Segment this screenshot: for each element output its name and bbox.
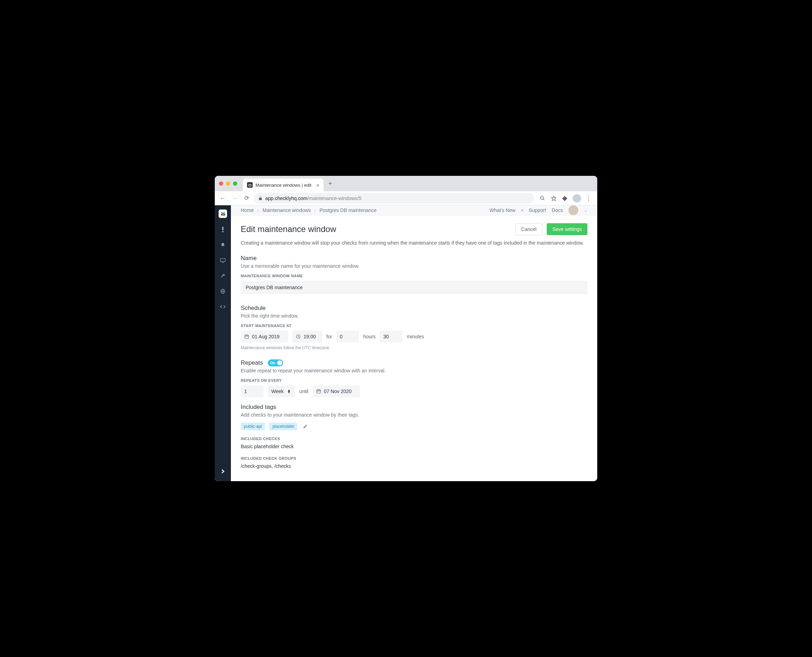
whats-new-link[interactable]: What's New <box>490 207 515 213</box>
browser-window: 🦝 Maintenance windows | edit × + ← → ⟳ a… <box>215 176 597 481</box>
repeat-end-date-input[interactable]: 07 Nov 2020 <box>313 385 360 397</box>
repeat-interval-input[interactable] <box>241 385 263 397</box>
svg-rect-6 <box>220 258 225 262</box>
svg-rect-4 <box>222 227 224 230</box>
repeat-end-date-value: 07 Nov 2020 <box>324 389 352 394</box>
repeats-heading: Repeats On <box>241 360 587 366</box>
expand-sidebar-icon[interactable] <box>219 469 227 477</box>
wrench-icon[interactable] <box>219 272 227 280</box>
page-content: Edit maintenance window Cancel Save sett… <box>231 215 597 481</box>
breadcrumb-level2: Postgres DB maintenance <box>319 207 376 213</box>
chrome-toolbar: ← → ⟳ app.checklyhq.com/maintenance-wind… <box>215 191 597 205</box>
app-logo-icon[interactable]: 🦝 <box>219 210 227 218</box>
repeats-field-label: REPEATS ON EVERY <box>241 378 587 383</box>
breadcrumb: Home › Maintenance windows › Postgres DB… <box>241 207 376 213</box>
chevron-right-icon: › <box>257 207 259 213</box>
included-checks-label: INCLUDED CHECKS <box>241 437 587 441</box>
extensions-icon[interactable] <box>562 195 568 202</box>
name-input[interactable] <box>241 281 587 294</box>
included-checks-value: Basic placeholder check <box>241 444 587 449</box>
chrome-right-icons: ⋮ <box>537 194 594 202</box>
chevron-right-icon: › <box>314 207 316 213</box>
zoom-icon[interactable] <box>539 195 546 202</box>
included-groups-value: /check-groups, /checks <box>241 463 587 469</box>
svg-rect-11 <box>245 335 249 338</box>
breadcrumb-level1[interactable]: Maintenance windows <box>263 207 311 213</box>
bell-icon[interactable] <box>219 241 227 249</box>
reload-button[interactable]: ⟳ <box>242 194 251 203</box>
included-groups-label: INCLUDED CHECK GROUPS <box>241 456 587 461</box>
calendar-icon <box>316 389 321 394</box>
hours-label: hours <box>363 334 375 339</box>
code-icon[interactable] <box>219 303 227 311</box>
tag-chip[interactable]: public-api <box>241 423 265 430</box>
toggle-knob-icon <box>277 360 282 365</box>
tags-heading: Included tags <box>241 403 587 411</box>
star-icon[interactable] <box>550 195 557 202</box>
start-time-value: 19:00 <box>303 334 316 339</box>
clock-icon <box>296 334 301 339</box>
docs-link[interactable]: Docs <box>552 207 563 213</box>
close-window-icon[interactable] <box>219 181 223 186</box>
until-label: until <box>299 389 308 394</box>
breadcrumb-home[interactable]: Home <box>241 207 254 213</box>
new-tab-button[interactable]: + <box>325 178 336 189</box>
minutes-input[interactable] <box>380 331 403 343</box>
schedule-subheading: Pick the right time window. <box>241 313 587 319</box>
topbar-right: What's New Support Docs ⌄ <box>490 205 587 215</box>
tab-title: Maintenance windows | edit <box>255 182 311 188</box>
repeats-toggle[interactable]: On <box>268 360 283 366</box>
tag-chip[interactable]: placeholder <box>269 423 297 430</box>
dot-indicator-icon <box>521 209 523 211</box>
close-tab-icon[interactable]: × <box>316 182 319 188</box>
repeats-subheading: Enable repeat to repeat your maintenance… <box>241 368 587 374</box>
profile-avatar[interactable] <box>573 194 581 202</box>
address-bar[interactable]: app.checklyhq.com/maintenance-windows/5 <box>254 193 534 204</box>
edit-tags-icon[interactable] <box>303 424 308 429</box>
topbar: Home › Maintenance windows › Postgres DB… <box>231 205 597 215</box>
sidebar: 🦝 <box>215 205 231 481</box>
schedule-helper: Maintenance windows follow the UTC timez… <box>241 346 587 350</box>
globe-icon[interactable] <box>219 288 227 295</box>
browser-tab[interactable]: 🦝 Maintenance windows | edit × <box>243 179 324 191</box>
lock-icon <box>258 196 263 201</box>
svg-marker-3 <box>551 196 556 201</box>
save-button[interactable]: Save settings <box>547 223 587 235</box>
app-container: 🦝 Home › Maintenance windows › Postgres … <box>215 205 597 481</box>
repeat-unit-value: Week <box>271 389 284 394</box>
toggle-label: On <box>270 361 275 365</box>
monitor-icon[interactable] <box>219 257 227 264</box>
start-date-input[interactable]: 01 Aug 2019 <box>241 331 288 343</box>
name-subheading: Use a memorable name for your maintenanc… <box>241 263 587 269</box>
svg-rect-5 <box>222 231 224 232</box>
user-avatar[interactable] <box>568 205 578 215</box>
page-header: Edit maintenance window Cancel Save sett… <box>241 223 587 235</box>
tags-subheading: Add checks to your maintenance window by… <box>241 412 587 418</box>
favicon-icon: 🦝 <box>247 182 253 188</box>
calendar-icon <box>244 334 249 339</box>
start-date-value: 01 Aug 2019 <box>252 334 280 339</box>
alert-icon[interactable] <box>219 226 227 234</box>
back-button[interactable]: ← <box>218 194 227 203</box>
main-panel: Home › Maintenance windows › Postgres DB… <box>231 205 597 481</box>
for-label: for <box>326 334 332 339</box>
svg-line-1 <box>543 199 544 200</box>
repeat-unit-select[interactable]: Week ▲▼ <box>268 385 295 397</box>
name-field-label: MAINTENANCE WINDOW NAME <box>241 274 587 278</box>
forward-button[interactable]: → <box>230 194 239 203</box>
support-link[interactable]: Support <box>529 207 546 213</box>
name-heading: Name <box>241 255 587 262</box>
cancel-button[interactable]: Cancel <box>515 223 543 235</box>
window-controls <box>219 181 237 186</box>
chrome-menu-icon[interactable]: ⋮ <box>585 195 592 202</box>
minimize-window-icon[interactable] <box>226 181 230 186</box>
hours-input[interactable] <box>336 331 359 343</box>
chrome-tabstrip: 🦝 Maintenance windows | edit × + <box>215 176 597 191</box>
chevron-down-icon[interactable]: ⌄ <box>584 208 587 213</box>
svg-rect-16 <box>317 390 320 393</box>
url-path: /maintenance-windows/5 <box>307 196 361 201</box>
start-time-input[interactable]: 19:00 <box>292 331 322 343</box>
url-host: app.checklyhq.com <box>265 196 307 201</box>
maximize-window-icon[interactable] <box>233 181 237 186</box>
schedule-heading: Schedule <box>241 305 587 311</box>
